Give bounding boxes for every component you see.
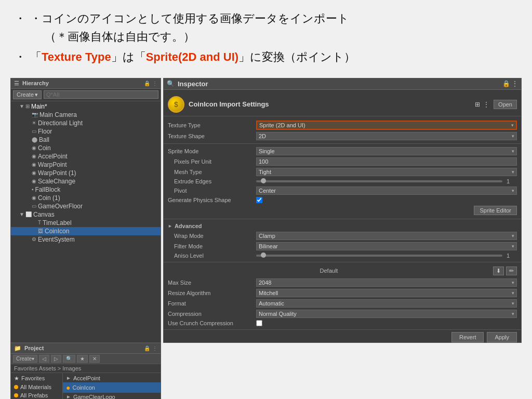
inspector-tab-icon: 🔍 [167,80,175,87]
hier-item-scalechange[interactable]: ◉ ScaleChange [11,177,161,185]
compression-row: Compression Normal Quality ▾ [164,309,521,319]
pixels-per-unit-value[interactable]: 100 [256,157,517,166]
open-button[interactable]: Open [494,100,517,109]
gen-physics-checkbox[interactable] [256,197,262,203]
project-all-materials[interactable]: All Materials [11,383,62,391]
bullet-1: ・ ・コインのアイコンとして使用する画像データをインポート （＊画像自体は自由で… [15,9,517,46]
inspector-panel: 🔍 Inspector 🔒 ⋮ $ CoinIcon Import Settin… [163,78,522,343]
hier-item-fallblock[interactable]: ▪ FallBlock [11,185,161,194]
project-create-button[interactable]: Create▾ [13,355,37,363]
hier-item-gameoverfloor[interactable]: ▭ GameOverFloor [11,202,161,210]
project-file-accelpoint[interactable]: ► AccelPoint [63,374,161,382]
hier-icon-scalechange: ◉ [32,178,36,184]
project-panel: 📁 Project 🔒 ⋮ Create▾ ◁ ▷ 🔍 ★ ✕ Favorite… [10,343,161,399]
wrap-mode-text: Clamp [259,233,275,239]
project-tool-btn2[interactable]: ▷ [51,355,61,363]
import-settings-title: CoinIcon Import Settings [189,100,471,108]
resize-algorithm-value[interactable]: Mitchell ▾ [256,289,517,297]
project-folder-icon: 📁 [14,345,21,352]
hierarchy-header: ☰ Hierarchy 🔒 ⋮ [11,78,161,89]
hier-label-eventsystem: EventSystem [38,236,75,243]
format-dropdown-icon: ▾ [512,301,514,306]
hier-item-coinicon[interactable]: 🖼 CoinIcon [11,227,161,235]
project-search-btn[interactable]: 🔍 [63,355,75,363]
wrap-mode-dropdown-icon: ▾ [512,233,514,238]
mesh-type-value[interactable]: Tight ▾ [256,168,517,176]
hier-item-eventsystem[interactable]: ⚙ EventSystem [11,235,161,244]
project-all-prefabs[interactable]: All Prefabs [11,391,62,399]
project-star-btn[interactable]: ★ [77,355,88,363]
texture-shape-text: 2D [259,133,266,139]
compression-value[interactable]: Normal Quality ▾ [256,310,517,318]
hier-item-accelpoint[interactable]: ◉ AccelPoint [11,152,161,161]
project-tool-btn1[interactable]: ◁ [39,355,49,363]
filter-mode-label: Filter Mode [168,243,256,249]
advanced-section-header[interactable]: ► Advanced [164,221,521,231]
pixels-per-unit-text: 100 [259,158,268,165]
hierarchy-list: ▼ ⊞ Main* 📷 Main Camera ☀ Directional Li… [11,101,161,342]
menu-icon: ⋮ [152,81,157,86]
hier-item-timelabel[interactable]: T TimeLabel [11,219,161,227]
hier-icon-warppoint: ◉ [32,162,36,167]
extrude-edges-row: Extrude Edges 1 [164,177,521,185]
crunch-compression-checkbox[interactable] [256,320,262,326]
hier-item-warppoint[interactable]: ◉ WarpPoint [11,161,161,169]
revert-button[interactable]: Revert [451,332,484,342]
pivot-value[interactable]: Center ▾ [256,187,517,195]
hier-item-main[interactable]: ▼ ⊞ Main* [11,102,161,111]
format-row: Format Automatic ▾ [164,298,521,309]
download-icon-button[interactable]: ⬇ [493,267,504,275]
sprite-editor-row: Sprite Editor [164,204,521,217]
filter-mode-value[interactable]: Bilinear ▾ [256,242,517,250]
pivot-label: Pivot [168,188,256,194]
sprite-editor-button[interactable]: Sprite Editor [474,206,517,215]
format-label: Format [168,300,256,307]
inspector-title: Inspector [178,80,499,88]
hier-icon-coin: ◉ [32,145,36,151]
sprite-mode-value[interactable]: Single ▾ [256,147,517,155]
hier-item-coin[interactable]: ◉ Coin [11,144,161,152]
menu-icon-inspector: ⋮ [512,80,518,87]
bullet-2-mid: 」は「 [111,50,146,63]
texture-shape-value[interactable]: 2D ▾ [256,132,517,140]
hier-item-ball[interactable]: ⬤ Ball [11,136,161,144]
hier-label-gameoverfloor: GameOverFloor [38,203,83,210]
hier-icon-fallblock: ▪ [32,187,34,192]
max-size-value[interactable]: 2048 ▾ [256,278,517,287]
wrap-mode-value[interactable]: Clamp ▾ [256,232,517,240]
format-value[interactable]: Automatic ▾ [256,299,517,308]
wrap-mode-label: Wrap Mode [168,233,256,239]
apply-button[interactable]: Apply [487,332,517,342]
project-file-coinicon[interactable]: ● CoinIcon [63,382,161,393]
project-favorites[interactable]: ★ Favorites [11,374,62,383]
extrude-edges-slider[interactable] [256,180,502,182]
hier-item-maincamera[interactable]: 📷 Main Camera [11,111,161,119]
sprite-mode-text: Single [259,148,275,154]
hier-icon-canvas: ⬜ [25,211,32,217]
project-file-gameclearlogo[interactable]: ► GameClearLogo [63,393,161,399]
default-icons: ⬇ ✏ [493,267,517,275]
hier-item-warppoint1[interactable]: ◉ WarpPoint (1) [11,169,161,177]
texture-type-label: Texture Type [168,122,256,128]
all-materials-label: All Materials [20,384,51,390]
hier-item-canvas[interactable]: ▼ ⬜ Canvas [11,210,161,219]
import-settings-header: $ CoinIcon Import Settings ⊞ ⋮ Open [164,93,521,116]
texture-type-value[interactable]: Sprite (2D and UI) ▾ [256,121,517,130]
project-close-btn[interactable]: ✕ [89,355,100,363]
hier-item-floor[interactable]: ▭ Floor [11,127,161,136]
sprite-mode-label: Sprite Mode [168,148,256,154]
mesh-type-text: Tight [259,169,271,175]
aniso-level-value: 1 [507,252,517,259]
format-text: Automatic [259,300,284,307]
edit-icon-button[interactable]: ✏ [506,267,517,275]
hierarchy-search-input[interactable] [44,90,158,99]
import-icons: ⊞ ⋮ [475,101,489,108]
bullet-2: ・ 「Texture Type」は「Sprite(2D and UI)」に変換（… [15,48,517,66]
hier-label-ball: Ball [39,136,49,143]
gen-physics-label: Generate Physics Shape [168,197,256,203]
aniso-level-slider[interactable] [256,255,502,257]
hier-item-coin1[interactable]: ◉ Coin (1) [11,194,161,202]
hierarchy-create-button[interactable]: Create ▾ [13,90,42,99]
compression-dropdown-icon: ▾ [512,311,514,316]
hier-item-dirlight[interactable]: ☀ Directional Light [11,119,161,127]
